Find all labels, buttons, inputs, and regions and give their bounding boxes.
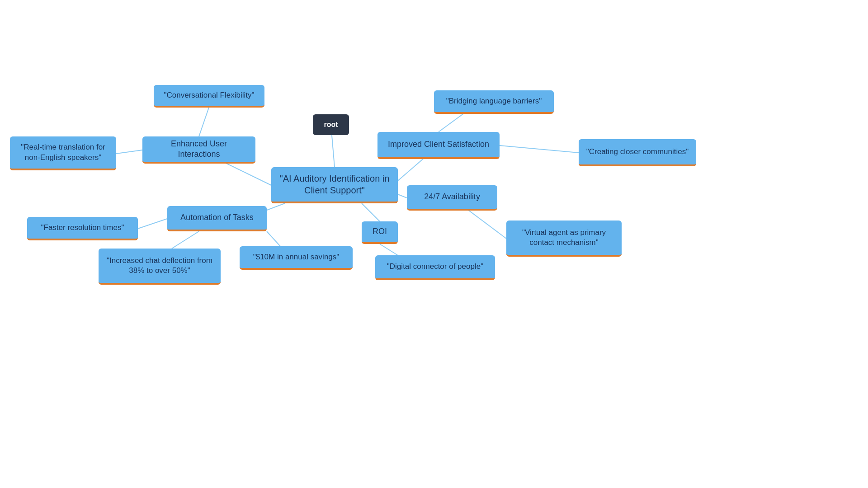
conversational-node: "Conversational Flexibility" xyxy=(154,85,264,108)
root-node: root xyxy=(313,114,349,135)
root-label: root xyxy=(324,120,338,130)
svg-line-10 xyxy=(500,145,579,153)
svg-line-6 xyxy=(172,231,199,249)
virtual-agent-node: "Virtual agent as primary contact mechan… xyxy=(506,221,622,257)
faster-resolution-label: "Faster resolution times" xyxy=(41,223,124,233)
digital-connector-label: "Digital connector of people" xyxy=(387,262,483,272)
automation-node: Automation of Tasks xyxy=(167,206,267,231)
enhanced-user-node: Enhanced User Interactions xyxy=(142,136,255,164)
svg-line-2 xyxy=(199,108,209,136)
savings-label: "$10M in annual savings" xyxy=(253,252,340,262)
improved-client-label: Improved Client Satisfaction xyxy=(388,139,489,150)
bridging-label: "Bridging language barriers" xyxy=(446,96,542,106)
virtual-agent-label: "Virtual agent as primary contact mechan… xyxy=(514,228,614,248)
increased-chat-node: "Increased chat deflection from 38% to o… xyxy=(99,249,221,285)
bridging-node: "Bridging language barriers" xyxy=(434,90,554,114)
digital-connector-node: "Digital connector of people" xyxy=(375,255,495,280)
svg-line-5 xyxy=(138,219,167,229)
roi-label: ROI xyxy=(373,226,387,237)
faster-resolution-node: "Faster resolution times" xyxy=(27,217,138,240)
svg-line-3 xyxy=(116,150,142,154)
svg-line-13 xyxy=(362,203,380,221)
availability-label: 24/7 Availability xyxy=(424,192,480,202)
savings-node: "$10M in annual savings" xyxy=(240,246,353,270)
svg-line-14 xyxy=(380,244,398,255)
increased-chat-label: "Increased chat deflection from 38% to o… xyxy=(106,256,213,276)
improved-client-node: Improved Client Satisfaction xyxy=(377,132,500,159)
realtime-translation-node: "Real-time translation for non-English s… xyxy=(10,136,116,170)
automation-label: Automation of Tasks xyxy=(180,212,254,223)
main-center-label: "AI Auditory Identification in Client Su… xyxy=(278,173,391,196)
conversational-label: "Conversational Flexibility" xyxy=(164,90,254,100)
realtime-translation-label: "Real-time translation for non-English s… xyxy=(17,142,109,162)
enhanced-user-label: Enhanced User Interactions xyxy=(150,139,248,160)
roi-node: ROI xyxy=(362,221,398,244)
availability-node: 24/7 Availability xyxy=(407,185,497,211)
svg-line-11 xyxy=(398,194,407,198)
main-center-node: "AI Auditory Identification in Client Su… xyxy=(271,167,398,203)
creating-closer-node: "Creating closer communities" xyxy=(579,139,696,166)
svg-line-7 xyxy=(267,231,280,246)
creating-closer-label: "Creating closer communities" xyxy=(586,147,689,157)
